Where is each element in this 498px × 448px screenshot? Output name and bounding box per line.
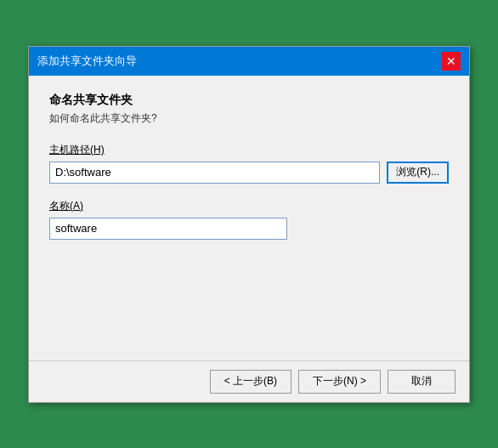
dialog-body: 命名共享文件夹 如何命名此共享文件夹? 主机路径(H) 浏览(R)... 名称(… [29, 76, 469, 360]
name-input[interactable] [49, 218, 287, 240]
dialog-footer: < 上一步(B) 下一步(N) > 取消 [29, 360, 469, 402]
prev-button[interactable]: < 上一步(B) [210, 370, 291, 394]
close-button[interactable]: ✕ [442, 52, 461, 71]
host-path-label: 主机路径(H) [49, 143, 449, 157]
section-subtitle: 如何命名此共享文件夹? [49, 111, 449, 126]
add-shared-folder-dialog: 添加共享文件夹向导 ✕ 命名共享文件夹 如何命名此共享文件夹? 主机路径(H) … [28, 46, 470, 403]
next-button[interactable]: 下一步(N) > [298, 370, 381, 394]
name-label: 名称(A) [49, 199, 449, 213]
dialog-title: 添加共享文件夹向导 [37, 54, 137, 69]
host-path-input[interactable] [49, 162, 380, 184]
cancel-button[interactable]: 取消 [388, 370, 456, 394]
name-group: 名称(A) [49, 199, 449, 240]
host-path-group: 主机路径(H) 浏览(R)... [49, 143, 449, 184]
section-title: 命名共享文件夹 [49, 93, 449, 108]
host-path-input-row: 浏览(R)... [49, 162, 449, 184]
browse-button[interactable]: 浏览(R)... [387, 162, 449, 184]
title-bar: 添加共享文件夹向导 ✕ [29, 47, 469, 76]
